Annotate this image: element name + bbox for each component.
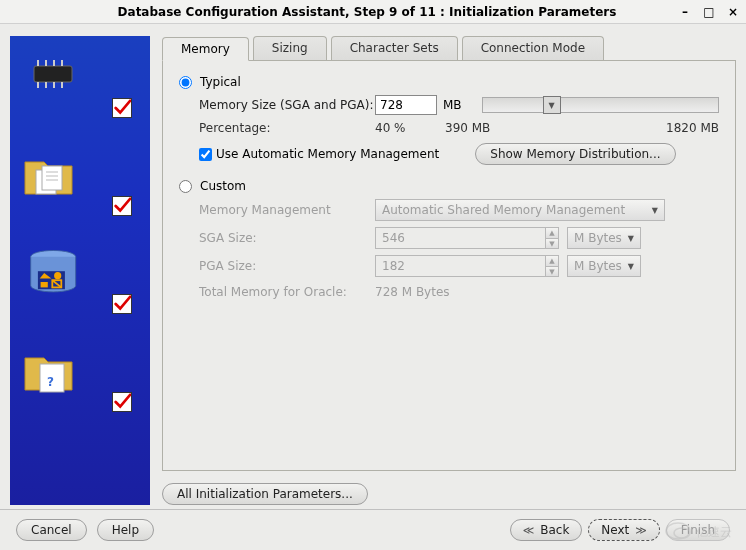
custom-radio[interactable]	[179, 180, 192, 193]
check-icon	[112, 98, 132, 118]
memory-management-value: Automatic Shared Memory Management	[382, 203, 625, 217]
use-amm-label: Use Automatic Memory Management	[216, 147, 439, 161]
svg-text:?: ?	[47, 375, 54, 389]
close-icon[interactable]: ×	[726, 5, 740, 19]
memory-slider[interactable]: ▼	[482, 97, 719, 113]
check-icon	[112, 392, 132, 412]
tab-character-sets[interactable]: Character Sets	[331, 36, 458, 60]
back-button[interactable]: ≪Back	[510, 519, 583, 541]
tab-connection-mode[interactable]: Connection Mode	[462, 36, 604, 60]
memory-management-label: Memory Management	[199, 203, 375, 217]
memory-mid-value: 390 MB	[445, 121, 625, 135]
memory-tab-page: Typical Memory Size (SGA and PGA): MB ▼ …	[162, 61, 736, 471]
svg-point-24	[674, 528, 690, 538]
folder-docs-icon	[20, 191, 90, 205]
tab-sizing[interactable]: Sizing	[253, 36, 327, 60]
sga-size-label: SGA Size:	[199, 231, 375, 245]
chevron-down-icon: ▼	[628, 234, 634, 243]
wizard-sidebar: ?	[10, 36, 150, 505]
sidebar-step-1	[20, 50, 120, 120]
pga-spinner: ▲▼	[545, 255, 559, 277]
sga-unit-select: M Bytes▼	[567, 227, 641, 249]
maximize-icon[interactable]: □	[702, 5, 716, 19]
typical-label: Typical	[200, 75, 241, 89]
tab-memory[interactable]: Memory	[162, 37, 249, 61]
memory-size-unit: MB	[443, 98, 462, 112]
check-icon	[112, 294, 132, 314]
title-bar: Database Configuration Assistant, Step 9…	[0, 0, 746, 24]
memory-management-select: Automatic Shared Memory Management ▼	[375, 199, 665, 221]
percentage-value: 40 %	[375, 121, 445, 135]
tab-bar: Memory Sizing Character Sets Connection …	[162, 36, 736, 61]
total-memory-label: Total Memory for Oracle:	[199, 285, 375, 299]
chevron-left-icon: ≪	[523, 524, 535, 537]
chevron-right-icon: ≫	[635, 524, 647, 537]
memory-max-value: 1820 MB	[625, 121, 719, 135]
next-button[interactable]: Next≫	[588, 519, 659, 541]
wizard-footer: Cancel Help ≪Back Next≫ Finish	[0, 510, 746, 550]
svg-rect-18	[41, 282, 48, 287]
chip-icon	[20, 93, 90, 107]
sidebar-step-4: ?	[20, 344, 120, 414]
sga-size-input: 546	[375, 227, 545, 249]
svg-rect-0	[34, 66, 72, 82]
check-icon	[112, 196, 132, 216]
svg-rect-10	[42, 166, 62, 190]
show-memory-distribution-button[interactable]: Show Memory Distribution...	[475, 143, 675, 165]
cylinder-icon	[20, 289, 90, 303]
use-amm-checkbox[interactable]	[199, 148, 212, 161]
cancel-button[interactable]: Cancel	[16, 519, 87, 541]
pga-size-label: PGA Size:	[199, 259, 375, 273]
minimize-icon[interactable]: –	[678, 5, 692, 19]
sidebar-step-2	[20, 148, 120, 218]
percentage-label: Percentage:	[199, 121, 375, 135]
chevron-down-icon: ▼	[628, 262, 634, 271]
window-title: Database Configuration Assistant, Step 9…	[56, 5, 678, 19]
memory-size-label: Memory Size (SGA and PGA):	[199, 98, 375, 112]
custom-label: Custom	[200, 179, 246, 193]
typical-radio[interactable]	[179, 76, 192, 89]
pga-unit-select: M Bytes▼	[567, 255, 641, 277]
sidebar-step-3	[20, 246, 120, 316]
total-memory-value: 728 M Bytes	[375, 285, 450, 299]
pga-size-input: 182	[375, 255, 545, 277]
help-button[interactable]: Help	[97, 519, 154, 541]
all-initialization-parameters-button[interactable]: All Initialization Parameters...	[162, 483, 368, 505]
folder-question-icon: ?	[20, 387, 90, 401]
svg-point-17	[54, 272, 61, 279]
sga-spinner: ▲▼	[545, 227, 559, 249]
chevron-down-icon: ▼	[652, 206, 658, 215]
slider-thumb-icon[interactable]: ▼	[543, 96, 561, 114]
watermark: 亿速云	[664, 519, 734, 546]
svg-text:亿速云: 亿速云	[695, 525, 732, 539]
memory-size-input[interactable]	[375, 95, 437, 115]
